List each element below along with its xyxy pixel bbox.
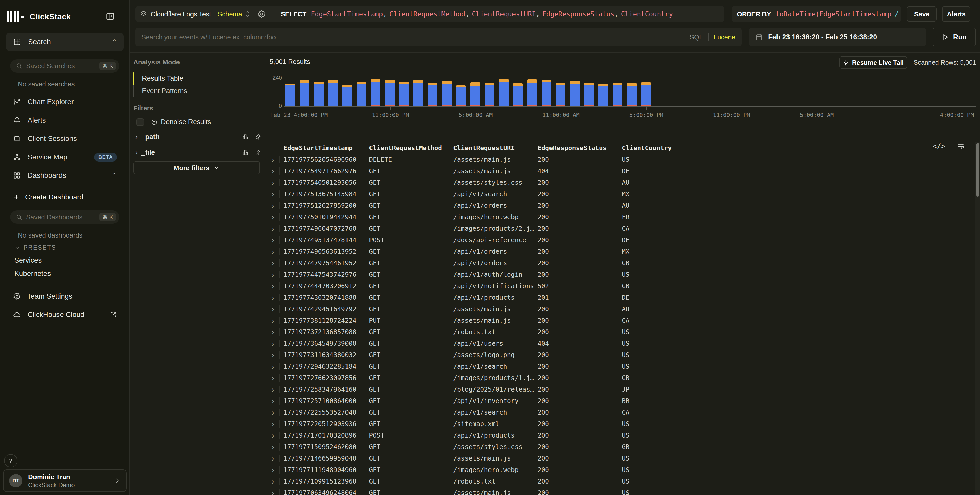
table-row[interactable]: ›1771977490563613952GET/api/v1/orders200… <box>270 246 974 257</box>
row-expand-chevron-icon[interactable]: › <box>272 386 279 393</box>
pin-icon[interactable] <box>254 134 261 140</box>
row-expand-chevron-icon[interactable]: › <box>272 363 279 370</box>
row-expand-chevron-icon[interactable]: › <box>272 397 279 405</box>
table-row[interactable]: ›1771977512627859200GET/api/v1/orders200… <box>270 200 974 211</box>
table-row[interactable]: ›1771977540501293056GET/assets/styles.cs… <box>270 177 974 188</box>
denoise-checkbox[interactable] <box>136 118 144 126</box>
lucene-toggle[interactable]: Lucene <box>714 33 735 41</box>
histogram-bar[interactable] <box>598 84 608 106</box>
row-expand-chevron-icon[interactable]: › <box>272 271 279 279</box>
histogram-bar[interactable] <box>442 81 452 106</box>
row-expand-chevron-icon[interactable]: › <box>272 156 279 164</box>
histogram-bar[interactable] <box>570 81 580 106</box>
preset-item-kubernetes[interactable]: Kubernetes <box>14 268 121 279</box>
run-button[interactable]: Run <box>932 28 976 46</box>
table-row[interactable]: ›1771977444703206912GET/api/v1/notificat… <box>270 280 974 292</box>
row-expand-chevron-icon[interactable]: › <box>272 225 279 232</box>
row-expand-chevron-icon[interactable]: › <box>272 202 279 209</box>
table-row[interactable]: ›1771977479754461952GET/api/v1/orders200… <box>270 257 974 269</box>
row-expand-chevron-icon[interactable]: › <box>272 305 279 313</box>
column-header-EdgeResponseStatus[interactable]: ⠿EdgeResponseStatus <box>538 144 622 152</box>
row-expand-chevron-icon[interactable]: › <box>272 351 279 359</box>
saved-dashboards-input[interactable]: Saved Dashboards ⌘ K <box>10 210 119 224</box>
histogram-bar[interactable] <box>527 80 537 106</box>
sidebar-item-chart-explorer[interactable]: Chart Explorer <box>6 94 124 110</box>
table-row[interactable]: ›1771977372136857088GET/robots.txt200US <box>270 326 974 337</box>
histogram-bar[interactable] <box>285 84 295 106</box>
table-row[interactable]: ›1771977513675145984GET/api/v1/search200… <box>270 188 974 200</box>
alerts-button[interactable]: Alerts <box>942 6 970 22</box>
histogram-bar[interactable] <box>485 83 494 106</box>
row-expand-chevron-icon[interactable]: › <box>272 236 279 244</box>
column-header-ClientRequestMethod[interactable]: ⠿ClientRequestMethod <box>369 144 453 152</box>
row-expand-chevron-icon[interactable]: › <box>272 317 279 325</box>
row-expand-chevron-icon[interactable]: › <box>272 328 279 336</box>
table-row[interactable]: ›1771977220512903936GET/sitemap.xml200US <box>270 418 974 430</box>
histogram-bar[interactable] <box>385 80 395 106</box>
table-row[interactable]: ›1771977495137478144POST/docs/api-refere… <box>270 234 974 246</box>
row-expand-chevron-icon[interactable]: › <box>272 455 279 462</box>
histogram-bar[interactable] <box>357 82 366 106</box>
presets-header[interactable]: PRESETS <box>14 244 56 251</box>
table-row[interactable]: ›1771977170170320896POST/api/v1/products… <box>270 430 974 441</box>
resume-live-tail-button[interactable]: Resume Live Tail <box>839 56 907 69</box>
sidebar-item-clickhouse-cloud[interactable]: ClickHouse Cloud <box>6 307 124 322</box>
row-expand-chevron-icon[interactable]: › <box>272 477 279 485</box>
mode-results-table[interactable]: Results Table <box>133 72 261 85</box>
table-row[interactable]: ›1771977364549739008GET/api/v1/users404U… <box>270 337 974 349</box>
sidebar-item-client-sessions[interactable]: Client Sessions <box>6 131 124 146</box>
saved-searches-input[interactable]: Saved Searches ⌘ K <box>10 59 119 73</box>
table-row[interactable]: ›1771977447543742976GET/api/v1/auth/logi… <box>270 269 974 280</box>
order-by-input[interactable]: ORDER BY toDateTime( EdgeStartTimestamp … <box>732 6 901 22</box>
histogram-bar[interactable] <box>470 83 480 106</box>
source-settings-gear-icon[interactable] <box>258 10 266 18</box>
sidebar-collapse-icon[interactable] <box>105 11 115 21</box>
filter-field-file[interactable]: › _file <box>135 146 261 159</box>
table-row[interactable]: ›1771977311634380032GET/assets/logo.png2… <box>270 349 974 361</box>
table-row[interactable]: ›1771977111948904960GET/images/hero.webp… <box>270 464 974 476</box>
histogram-bar[interactable] <box>542 80 551 106</box>
sidebar-item-service-map[interactable]: Service Map BETA <box>6 149 124 165</box>
row-expand-chevron-icon[interactable]: › <box>272 190 279 198</box>
row-expand-chevron-icon[interactable]: › <box>272 466 279 474</box>
denoise-results-toggle[interactable]: Denoise Results <box>136 118 211 126</box>
table-row[interactable]: ›1771977063496248064GET/assets/main.js20… <box>270 487 974 495</box>
histogram-bar[interactable] <box>612 83 622 106</box>
row-expand-chevron-icon[interactable]: › <box>272 443 279 451</box>
query-language-toggle[interactable]: SQL Lucene <box>690 33 735 41</box>
row-expand-chevron-icon[interactable]: › <box>272 374 279 382</box>
sidebar-item-team-settings[interactable]: Team Settings <box>6 289 124 304</box>
wrap-lines-icon[interactable] <box>957 142 965 150</box>
histogram-bar[interactable] <box>328 80 338 106</box>
row-expand-chevron-icon[interactable]: › <box>272 409 279 416</box>
code-view-icon[interactable]: </> <box>932 142 945 150</box>
histogram-bar[interactable] <box>414 80 423 106</box>
row-expand-chevron-icon[interactable]: › <box>272 179 279 186</box>
row-expand-chevron-icon[interactable]: › <box>272 167 279 175</box>
table-row[interactable]: ›1771977257100864000GET/api/v1/inventory… <box>270 395 974 407</box>
histogram-bar[interactable] <box>342 85 352 106</box>
help-button[interactable] <box>4 454 18 467</box>
more-filters-button[interactable]: More filters <box>133 161 260 175</box>
chart-icon[interactable] <box>242 149 249 156</box>
histogram-bar[interactable] <box>371 79 380 106</box>
column-header-ClientRequestURI[interactable]: ⠿ClientRequestURI <box>453 144 538 152</box>
table-row[interactable]: ›1771977562054696960DELETE/assets/main.j… <box>270 154 974 165</box>
row-expand-chevron-icon[interactable]: › <box>272 282 279 290</box>
pin-icon[interactable] <box>254 149 261 156</box>
table-row[interactable]: ›1771977549717662976GET/assets/main.js40… <box>270 165 974 177</box>
histogram-bar[interactable] <box>428 83 438 106</box>
table-row[interactable]: ›1771977429451649792GET/assets/main.js20… <box>270 303 974 315</box>
save-button[interactable]: Save <box>907 6 937 22</box>
histogram-bar[interactable] <box>314 82 323 106</box>
row-expand-chevron-icon[interactable]: › <box>272 294 279 301</box>
sidebar-item-dashboards[interactable]: Dashboards ⌃ <box>6 167 124 183</box>
create-dashboard-button[interactable]: Create Dashboard <box>13 190 120 204</box>
scrollbar-thumb[interactable] <box>977 143 979 197</box>
row-expand-chevron-icon[interactable]: › <box>272 340 279 347</box>
histogram-bar[interactable] <box>555 83 565 106</box>
preset-item-services[interactable]: Services <box>14 255 121 266</box>
histogram-bar[interactable] <box>584 83 594 106</box>
event-search-input[interactable]: Search your events w/ Lucene ex. column:… <box>135 28 741 46</box>
select-columns-input[interactable]: SELECTEdgeStartTimestamp,ClientRequestMe… <box>275 6 724 22</box>
